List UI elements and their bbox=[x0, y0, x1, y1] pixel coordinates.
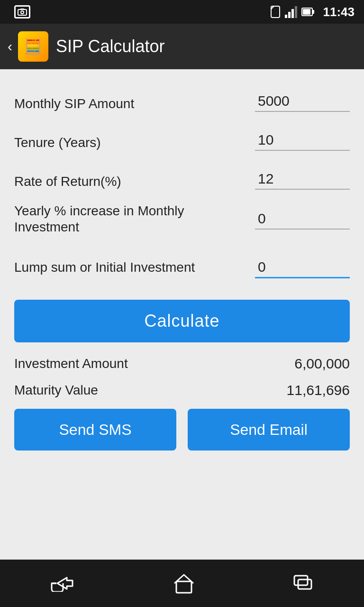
svg-rect-5 bbox=[288, 12, 291, 18]
maturity-value-value: 11,61,696 bbox=[287, 382, 350, 398]
svg-rect-9 bbox=[312, 10, 314, 14]
investment-amount-row: Investment Amount 6,00,000 bbox=[14, 356, 350, 372]
app-icon: 🧮 bbox=[18, 31, 48, 62]
svg-rect-6 bbox=[291, 9, 294, 18]
svg-rect-0 bbox=[18, 9, 27, 15]
maturity-value-label: Maturity Value bbox=[14, 383, 98, 398]
yearly-increase-row: Yearly % increase in Monthly Investment bbox=[14, 200, 350, 238]
nav-home-icon bbox=[173, 573, 194, 594]
svg-rect-4 bbox=[285, 15, 287, 18]
lump-sum-input-wrapper bbox=[255, 257, 350, 278]
investment-amount-value: 6,00,000 bbox=[294, 356, 350, 372]
tenure-label: Tenure (Years) bbox=[14, 135, 101, 151]
monthly-sip-input[interactable] bbox=[255, 91, 350, 112]
yearly-increase-label: Yearly % increase in Monthly Investment bbox=[14, 203, 204, 235]
svg-rect-2 bbox=[20, 9, 24, 10]
monthly-sip-row: Monthly SIP Amount bbox=[14, 83, 350, 112]
rate-of-return-label: Rate of Return(%) bbox=[14, 174, 121, 190]
tenure-input-wrapper bbox=[255, 130, 350, 151]
nav-back-icon bbox=[50, 575, 74, 592]
svg-rect-11 bbox=[176, 581, 191, 593]
svg-rect-10 bbox=[303, 9, 310, 15]
nav-bar bbox=[0, 560, 364, 607]
app-bar: ‹ 🧮 SIP Calculator bbox=[0, 24, 364, 69]
nav-home-button[interactable] bbox=[159, 568, 209, 598]
sim-icon bbox=[270, 5, 281, 18]
lump-sum-label: Lump sum or Initial Investment bbox=[14, 259, 195, 276]
tenure-row: Tenure (Years) bbox=[14, 122, 350, 151]
action-buttons: Send SMS Send Email bbox=[14, 409, 350, 451]
nav-recent-button[interactable] bbox=[279, 570, 328, 597]
rate-of-return-row: Rate of Return(%) bbox=[14, 161, 350, 190]
battery-icon bbox=[301, 5, 315, 18]
calculate-button[interactable]: Calculate bbox=[14, 300, 350, 342]
yearly-increase-input-wrapper bbox=[255, 209, 350, 230]
nav-back-button[interactable] bbox=[36, 570, 89, 597]
send-email-button[interactable]: Send Email bbox=[188, 409, 350, 451]
monthly-sip-input-wrapper bbox=[255, 91, 350, 112]
monthly-sip-label: Monthly SIP Amount bbox=[14, 96, 134, 112]
svg-rect-12 bbox=[294, 576, 308, 585]
photo-icon bbox=[14, 5, 30, 18]
app-title: SIP Calculator bbox=[56, 37, 164, 56]
maturity-value-row: Maturity Value 11,61,696 bbox=[14, 382, 350, 398]
rate-of-return-input-wrapper bbox=[255, 169, 350, 190]
svg-rect-7 bbox=[295, 6, 297, 18]
tenure-input[interactable] bbox=[255, 130, 350, 151]
lump-sum-input[interactable] bbox=[255, 257, 350, 278]
status-time: 11:43 bbox=[323, 5, 355, 19]
yearly-increase-input[interactable] bbox=[255, 209, 350, 230]
svg-point-1 bbox=[21, 11, 24, 14]
signal-icon bbox=[284, 5, 298, 18]
nav-recent-icon bbox=[293, 575, 314, 592]
back-arrow-icon[interactable]: ‹ bbox=[8, 38, 12, 55]
send-sms-button[interactable]: Send SMS bbox=[14, 409, 176, 451]
main-content: Monthly SIP Amount Tenure (Years) Rate o… bbox=[0, 69, 364, 560]
svg-rect-13 bbox=[298, 579, 311, 589]
rate-of-return-input[interactable] bbox=[255, 169, 350, 190]
lump-sum-row: Lump sum or Initial Investment bbox=[14, 248, 350, 286]
status-bar: 11:43 bbox=[0, 0, 364, 24]
investment-amount-label: Investment Amount bbox=[14, 356, 128, 371]
